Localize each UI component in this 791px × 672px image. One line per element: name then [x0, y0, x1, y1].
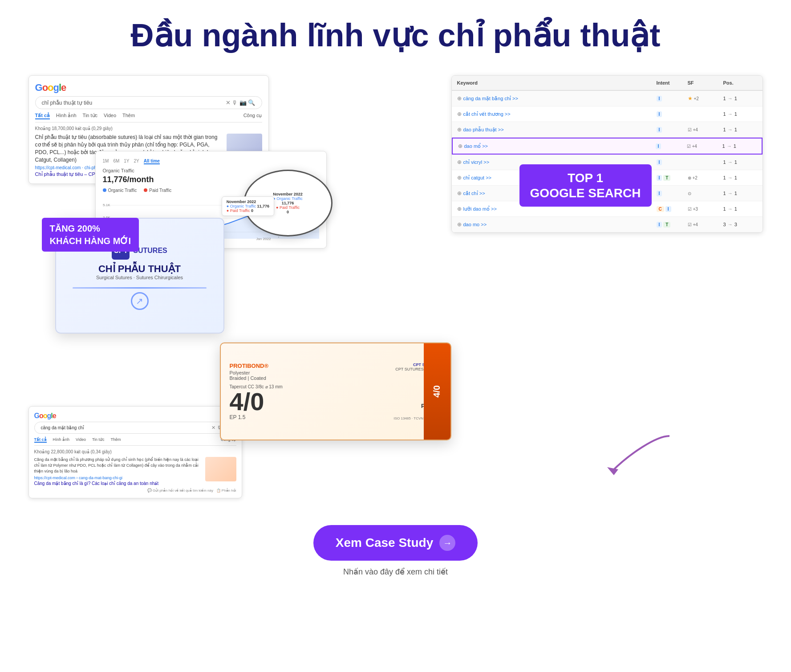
suture-line: [73, 287, 207, 289]
kw-keyword-9[interactable]: ⊕ dao mo >>: [452, 217, 651, 232]
kw-sf-8: ☑+3: [682, 202, 718, 216]
kw-pos-9: 3 → 3: [718, 217, 763, 232]
kw-row-1: ⊕ căng da mặt bằng chỉ >> I ★+2 1 → 1: [452, 91, 763, 106]
kw-intent-9: IT: [651, 217, 682, 232]
nav-tabs-top: Tất cả Hình ảnh Tin tức Video Thêm Công …: [35, 113, 262, 122]
legend-organic: Organic Traffic: [108, 188, 137, 193]
nav-tabs-bottom: Tất cả Hình ảnh Video Tin tức Thêm Công …: [34, 437, 236, 446]
kw-row-4: ⊕ dao mổ >> I ☑+4 1 → 1: [452, 138, 763, 155]
badge-tang-line1: TĂNG 200%: [50, 222, 131, 235]
badge-tang: TĂNG 200% KHÁCH HÀNG MỚI: [42, 218, 139, 252]
bottom-link[interactable]: Căng da mặt bằng chỉ là gì? Các loại chỉ…: [34, 481, 202, 486]
protibond-type: Polyester: [230, 370, 269, 375]
cta-button[interactable]: Xem Case Study →: [313, 525, 478, 561]
tab-images[interactable]: Hình ảnh: [56, 113, 77, 119]
tab-more[interactable]: Thêm: [122, 113, 135, 119]
protibond-subtype: Braided | Coated: [230, 375, 269, 381]
google-logo-bottom: Google: [34, 412, 236, 420]
svg-text:Jan 2022: Jan 2022: [256, 237, 271, 241]
kw-pos-8: 1 → 1: [718, 202, 763, 216]
legend-paid: Paid Traffic: [149, 188, 171, 193]
content-area: Google chỉ phẫu thuật tự tiêu ✕ 🎙 📷 🔍 Tấ…: [28, 75, 763, 498]
search-text-top: chỉ phẫu thuật tự tiêu: [42, 100, 222, 106]
product-name-en: Surgical Sutures · Sutures Chirurgicales: [96, 275, 183, 280]
kw-col-intent: Intent: [651, 76, 682, 90]
kw-pos-4: 1 → 1: [717, 139, 762, 153]
protibond-size: 4/0: [230, 389, 283, 414]
kw-intent-1: I: [651, 91, 682, 106]
kw-intent-4: I: [650, 139, 681, 154]
tab-images-bottom[interactable]: Hình ảnh: [53, 437, 70, 443]
kw-col-sf: SF: [682, 76, 718, 90]
magnifier-content: November 2022 ● Organic Traffic 11,776 ●…: [268, 187, 307, 219]
kw-sf-5: [682, 158, 718, 167]
tab-news-bottom[interactable]: Tin tức: [92, 437, 105, 443]
kw-keyword-2[interactable]: ⊕ cắt chỉ vết thương >>: [452, 106, 651, 122]
cta-arrow-icon: →: [439, 535, 455, 551]
kw-keyword-3[interactable]: ⊕ dao phẫu thuật >>: [452, 122, 651, 137]
svg-marker-10: [607, 467, 618, 475]
tab-more-bottom[interactable]: Thêm: [111, 437, 121, 443]
cta-section: Xem Case Study → Nhấn vào đây để xem chi…: [313, 525, 478, 577]
kw-sf-2: [682, 110, 718, 118]
kw-table-header: Keyword Intent SF Pos.: [452, 76, 763, 91]
kw-sf-4: ☑+4: [681, 139, 717, 153]
protibond-orange-strip: 4/0: [424, 343, 450, 440]
kw-pos-6: 1 → 1: [718, 171, 763, 185]
badge-top1: TOP 1 GOOGLE SEARCH: [519, 164, 652, 207]
kw-keyword-1[interactable]: ⊕ căng da mặt bằng chỉ >>: [452, 91, 651, 106]
page-title: Đầu ngành lĩnh vực chỉ phẩu thuật: [131, 18, 661, 53]
kw-row-3: ⊕ dao phẫu thuật >> I ☑+4 1 → 1: [452, 122, 763, 138]
tab-1y[interactable]: 1Y: [124, 159, 129, 164]
bottom-url: https://cpt-medical.com › cang-da-mat-ba…: [34, 476, 202, 480]
tab-video[interactable]: Video: [104, 113, 116, 119]
bottom-snippet: Căng da mặt bằng chỉ là phương pháp sử d…: [34, 457, 202, 474]
kw-col-keyword: Keyword: [452, 76, 651, 90]
result-count-bottom: Khoảng 22,800,000 kết quả (0,34 giây): [34, 449, 236, 454]
kw-intent-5: I: [651, 155, 682, 170]
search-bar-top[interactable]: chỉ phẫu thuật tự tiêu ✕ 🎙 📷 🔍: [35, 96, 262, 109]
kw-intent-2: I: [651, 107, 682, 122]
tab-6m[interactable]: 6M: [113, 159, 119, 164]
tab-all[interactable]: Tất cả: [35, 113, 50, 119]
kw-pos-7: 1 → 1: [718, 186, 763, 200]
keywords-table: Keyword Intent SF Pos. ⊕ căng da mặt bằn…: [451, 75, 763, 233]
suture-needle: ↗: [131, 292, 149, 310]
tab-news[interactable]: Tin tức: [83, 113, 98, 119]
search-bar-bottom[interactable]: căng da mặt bằng chỉ ✕ 🎙 🔍: [34, 422, 236, 434]
time-tabs: 1M 6M 1Y 2Y All time: [103, 159, 319, 164]
kw-col-pos: Pos.: [718, 76, 763, 90]
cta-button-label: Xem Case Study: [336, 536, 433, 550]
search-icons-top: ✕ 🎙 📷 🔍: [226, 99, 256, 106]
kw-intent-3: I: [651, 122, 682, 137]
product-name-vn: CHỈ PHẪU THUẬT: [98, 263, 181, 275]
tab-video-bottom[interactable]: Video: [76, 437, 86, 443]
tab-all-bottom[interactable]: Tất cả: [34, 437, 47, 443]
kw-pos-2: 1 → 1: [718, 107, 763, 121]
svg-text:5.1K: 5.1K: [103, 203, 110, 207]
tools-label[interactable]: Công cụ: [243, 113, 262, 119]
kw-row-9: ⊕ dao mo >> IT ☑+4 3 → 3: [452, 217, 763, 232]
kw-intent-7: I: [651, 186, 682, 201]
search-text-bottom: căng da mặt bằng chỉ: [41, 425, 84, 430]
kw-pos-1: 1 → 1: [718, 91, 763, 106]
bottom-footer: 💬 Gửi phản hồi về kết quả tìm kiếm này 📋…: [34, 489, 236, 493]
magnifier-handle: [327, 232, 332, 236]
tab-2y[interactable]: 2Y: [134, 159, 139, 164]
protibond-brand: PROTIBOND®: [230, 362, 269, 369]
kw-sf-1: ★+2: [682, 91, 718, 106]
badge-tang-line2: KHÁCH HÀNG MỚI: [50, 235, 131, 247]
kw-intent-8: CI: [651, 202, 682, 216]
protibond-product: PROTIBOND® Polyester Braided | Coated CP…: [220, 342, 451, 440]
kw-row-2: ⊕ cắt chỉ vết thương >> I 1 → 1: [452, 106, 763, 122]
kw-keyword-4[interactable]: ⊕ dao mổ >>: [453, 138, 650, 154]
result-count-top: Khoảng 18,700,000 kết quả (0,29 giây): [35, 126, 262, 131]
bottom-result-image: [205, 457, 236, 481]
kw-sf-9: ☑+4: [682, 218, 718, 232]
kw-sf-6: ⊗+2: [682, 171, 718, 185]
tab-alltime[interactable]: All time: [144, 159, 160, 164]
badge-top1-line1: TOP 1: [530, 171, 641, 186]
kw-sf-7: ⊙: [682, 187, 718, 200]
cta-subtitle: Nhấn vào đây để xem chi tiết: [343, 567, 448, 577]
tab-1m[interactable]: 1M: [103, 159, 109, 164]
